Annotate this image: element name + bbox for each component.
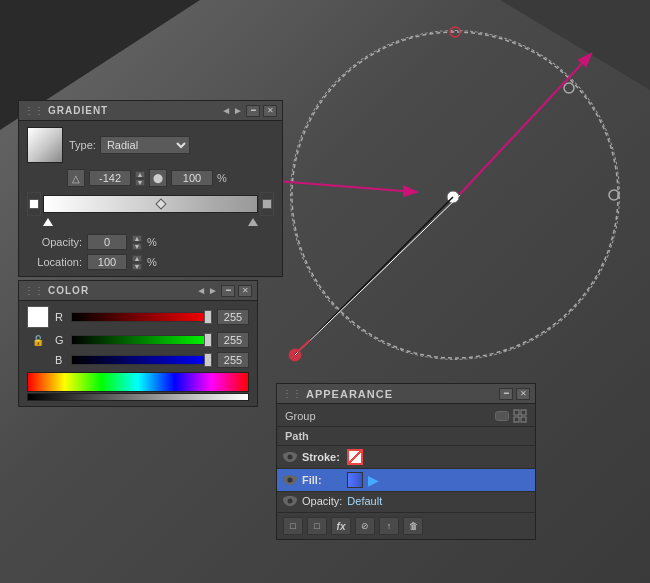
color-title: COLOR <box>48 285 89 296</box>
gradient-stop-mid[interactable] <box>155 198 166 209</box>
opacity-input[interactable] <box>87 234 127 250</box>
color-panel-header: ⋮⋮ COLOR ◄ ► ━ ✕ <box>19 281 257 301</box>
gradient-location-row: Location: ▲ ▼ % <box>27 254 274 270</box>
gradient-scroll-left[interactable]: ◄ <box>221 105 231 117</box>
appearance-clear-btn[interactable]: ⊘ <box>355 517 375 535</box>
g-input[interactable] <box>217 332 249 348</box>
gradient-ratio-input[interactable] <box>171 170 213 186</box>
color-swatch-area <box>27 306 49 328</box>
stroke-label: Stroke: <box>302 451 342 463</box>
fill-swatch[interactable] <box>347 472 363 488</box>
appearance-visibility-icon <box>495 411 509 421</box>
color-collapse-btn[interactable]: ━ <box>221 285 235 297</box>
gradient-collapse-btn[interactable]: ━ <box>246 105 260 117</box>
location-input[interactable] <box>87 254 127 270</box>
appearance-close-btn[interactable]: ✕ <box>516 388 530 400</box>
color-lock-area: 🔓 <box>27 332 51 348</box>
location-down[interactable]: ▼ <box>132 263 142 270</box>
gradient-bar-container <box>27 192 274 230</box>
svg-rect-15 <box>521 417 526 422</box>
gradient-angle-up[interactable]: ▲ <box>135 171 145 178</box>
fill-visibility-icon[interactable] <box>283 475 297 485</box>
r-input[interactable] <box>217 309 249 325</box>
lock-icon[interactable]: 🔓 <box>27 332 49 348</box>
gradient-panel-body: Type: Radial Linear △ ▲ ▼ ⬤ % <box>19 121 282 276</box>
location-up[interactable]: ▲ <box>132 255 142 262</box>
fill-arrow-icon: ▶ <box>368 472 379 488</box>
color-r-row: R <box>27 306 249 328</box>
gradient-options: Type: Radial Linear <box>69 136 274 154</box>
appearance-path-row: Path <box>277 427 535 446</box>
gradient-pct-label: % <box>217 172 227 184</box>
appearance-add-stroke-btn[interactable]: □ <box>283 517 303 535</box>
b-label: B <box>55 354 67 366</box>
appearance-footer: □ □ fx ⊘ ↑ 🗑 <box>277 512 535 539</box>
gradient-panel-controls: ◄ ► ━ ✕ <box>221 105 277 117</box>
color-scroll-right[interactable]: ► <box>208 285 218 297</box>
location-pct: % <box>147 256 157 268</box>
g-track[interactable] <box>71 335 213 345</box>
gradient-stop-right[interactable] <box>248 218 258 226</box>
appearance-drag-icon: ⋮⋮ <box>282 388 302 399</box>
color-panel-controls: ◄ ► ━ ✕ <box>196 285 252 297</box>
gradient-header-left: ⋮⋮ GRADIENT <box>24 105 108 116</box>
color-scroll-left[interactable]: ◄ <box>196 285 206 297</box>
appearance-group-row: Group <box>277 406 535 427</box>
gradient-title: GRADIENT <box>48 105 108 116</box>
location-steppers: ▲ ▼ <box>132 255 142 270</box>
opacity-label-app: Opacity: <box>302 495 342 507</box>
appearance-group-controls <box>495 409 527 423</box>
gradient-scroll-right[interactable]: ► <box>233 105 243 117</box>
gradient-bar-wrapper <box>27 192 274 216</box>
color-header-left: ⋮⋮ COLOR <box>24 285 89 296</box>
gradient-aspect-btn[interactable]: ⬤ <box>149 169 167 187</box>
appearance-add-fill-btn[interactable]: □ <box>307 517 327 535</box>
gradient-panel: ⋮⋮ GRADIENT ◄ ► ━ ✕ Type: Radial Linear <box>18 100 283 277</box>
gradient-reverse-btn[interactable]: △ <box>67 169 85 187</box>
opacity-down[interactable]: ▼ <box>132 243 142 250</box>
gradient-stop-left[interactable] <box>43 218 53 226</box>
color-scroll-arrows: ◄ ► <box>196 285 218 297</box>
gradient-preview <box>27 127 63 163</box>
gradient-bar-right <box>260 192 274 216</box>
opacity-visibility-icon[interactable] <box>283 496 297 506</box>
color-g-row: 🔓 G <box>27 332 249 348</box>
r-thumb[interactable] <box>204 310 212 324</box>
appearance-delete-btn[interactable]: 🗑 <box>403 517 423 535</box>
g-thumb[interactable] <box>204 333 212 347</box>
color-panel-body: R 🔓 G B <box>19 301 257 406</box>
stroke-swatch[interactable] <box>347 449 363 465</box>
appearance-panel: ⋮⋮ APPEARANCE ━ ✕ Group Path <box>276 383 536 540</box>
b-thumb[interactable] <box>204 353 212 367</box>
black-white-bar[interactable] <box>27 393 249 401</box>
appearance-fx-btn[interactable]: fx <box>331 517 351 535</box>
appearance-header-left: ⋮⋮ APPEARANCE <box>282 388 393 400</box>
b-track[interactable] <box>71 355 213 365</box>
appearance-fill-row[interactable]: Fill: ▶ <box>277 469 535 492</box>
gradient-drag-icon: ⋮⋮ <box>24 105 44 116</box>
color-panel: ⋮⋮ COLOR ◄ ► ━ ✕ R � <box>18 280 258 407</box>
appearance-duplicate-btn[interactable]: ↑ <box>379 517 399 535</box>
appearance-collapse-btn[interactable]: ━ <box>499 388 513 400</box>
gradient-close-btn[interactable]: ✕ <box>263 105 277 117</box>
opacity-steppers: ▲ ▼ <box>132 235 142 250</box>
g-label: G <box>55 334 67 346</box>
opacity-up[interactable]: ▲ <box>132 235 142 242</box>
color-white-swatch <box>27 306 49 328</box>
b-input[interactable] <box>217 352 249 368</box>
gradient-angle-input[interactable] <box>89 170 131 186</box>
r-label: R <box>55 311 67 323</box>
color-spectrum[interactable] <box>27 372 249 392</box>
opacity-pct: % <box>147 236 157 248</box>
gradient-transform-row: △ ▲ ▼ ⬤ % <box>67 169 274 187</box>
opacity-value-app: Default <box>347 495 382 507</box>
appearance-opacity-row: Opacity: Default <box>277 492 535 510</box>
gradient-type-select[interactable]: Radial Linear <box>100 136 190 154</box>
stroke-visibility-icon[interactable] <box>283 452 297 462</box>
color-close-btn[interactable]: ✕ <box>238 285 252 297</box>
gradient-angle-steppers: ▲ ▼ <box>135 171 145 186</box>
gradient-angle-down[interactable]: ▼ <box>135 179 145 186</box>
r-track[interactable] <box>71 312 213 322</box>
canvas-circle <box>290 30 620 360</box>
gradient-bar-track[interactable] <box>43 195 258 213</box>
